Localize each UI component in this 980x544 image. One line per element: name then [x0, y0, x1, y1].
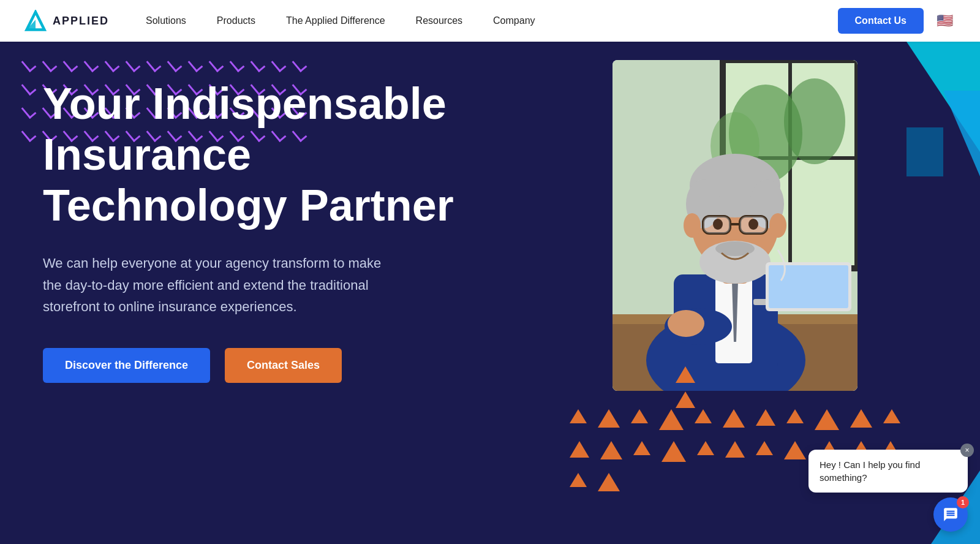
tick-mark	[21, 80, 37, 96]
chat-message: Hey ! Can I help you find something?	[820, 459, 920, 483]
tick-mark	[126, 56, 141, 72]
chat-close-button[interactable]: ×	[960, 444, 974, 457]
orange-triangle	[631, 409, 648, 423]
hero-person-image	[612, 60, 858, 391]
svg-point-34	[748, 219, 758, 230]
chat-open-button[interactable]: 1	[933, 497, 968, 532]
nav-solutions[interactable]: Solutions	[146, 15, 186, 26]
tick-mark	[271, 56, 287, 72]
orange-triangle	[784, 441, 806, 459]
flag-icon[interactable]: 🇺🇸	[933, 10, 956, 32]
orange-triangle	[600, 441, 622, 459]
blue-triangles-topright	[907, 42, 980, 176]
svg-marker-3	[943, 91, 980, 176]
tick-mark	[292, 56, 307, 72]
orange-triangle	[697, 441, 714, 455]
hero-title: Your Indispensable Insurance Technology …	[43, 78, 472, 230]
logo[interactable]: APPLIED	[24, 10, 109, 32]
orange-triangle	[598, 473, 620, 491]
orange-triangles-left	[676, 366, 695, 408]
svg-point-33	[713, 219, 723, 230]
discover-difference-button[interactable]: Discover the Difference	[43, 348, 210, 383]
hero-content-left: Your Indispensable Insurance Technology …	[43, 78, 472, 383]
tick-mark	[21, 103, 37, 119]
orange-triangle	[756, 409, 775, 426]
nav-company[interactable]: Company	[493, 15, 535, 26]
nav-products[interactable]: Products	[217, 15, 255, 26]
orange-triangle	[725, 441, 745, 458]
tick-mark	[251, 56, 266, 72]
contact-sales-button[interactable]: Contact Sales	[225, 348, 342, 383]
orange-triangle	[676, 391, 695, 408]
svg-rect-37	[769, 265, 848, 308]
blue-triangle-decoration	[907, 42, 980, 176]
tick-mark	[167, 56, 183, 72]
tick-mark	[84, 56, 99, 72]
tick-mark	[21, 56, 37, 72]
orange-triangle	[850, 409, 872, 428]
orange-triangle	[570, 441, 589, 458]
chat-icon	[943, 507, 959, 523]
svg-point-39	[668, 310, 704, 337]
orange-triangle	[676, 366, 695, 383]
tick-mark	[63, 56, 78, 72]
svg-point-11	[784, 78, 845, 164]
hero-section: (function() { var container = document.q…	[0, 42, 980, 544]
orange-triangle	[570, 473, 587, 487]
hero-buttons: Discover the Difference Contact Sales	[43, 348, 472, 383]
nav-right: Contact Us 🇺🇸	[838, 8, 956, 34]
tick-mark	[105, 56, 120, 72]
orange-triangle	[570, 409, 587, 423]
chat-widget: × Hey ! Can I help you find something? 1	[809, 450, 968, 532]
chat-notification-badge: 1	[957, 496, 969, 508]
chat-bubble: × Hey ! Can I help you find something?	[809, 450, 968, 493]
hero-subtitle: We can help everyone at your agency tran…	[43, 252, 398, 317]
svg-point-25	[769, 213, 786, 238]
svg-point-24	[684, 213, 701, 238]
tick-mark	[42, 56, 58, 72]
nav-links: Solutions Products The Applied Differenc…	[146, 15, 838, 26]
tick-mark	[146, 56, 162, 72]
logo-text: APPLIED	[53, 15, 109, 28]
tick-mark	[230, 56, 245, 72]
orange-triangle	[662, 441, 686, 462]
orange-triangle	[659, 409, 684, 430]
orange-triangle	[598, 409, 620, 428]
navbar: APPLIED Solutions Products The Applied D…	[0, 0, 980, 42]
orange-triangle	[723, 409, 745, 428]
tick-mark	[188, 56, 203, 72]
nav-applied-difference[interactable]: The Applied Difference	[286, 15, 385, 26]
contact-us-button[interactable]: Contact Us	[838, 8, 924, 34]
orange-triangle	[786, 409, 804, 423]
orange-triangle	[633, 441, 650, 455]
nav-resources[interactable]: Resources	[416, 15, 462, 26]
orange-triangle	[695, 409, 712, 423]
applied-logo-icon	[24, 10, 47, 32]
svg-marker-4	[907, 127, 943, 176]
orange-triangle	[756, 441, 773, 455]
tick-mark	[209, 56, 224, 72]
tick-mark	[21, 126, 37, 142]
hero-image	[612, 60, 858, 391]
orange-triangle	[815, 409, 839, 430]
orange-triangle	[883, 409, 900, 423]
